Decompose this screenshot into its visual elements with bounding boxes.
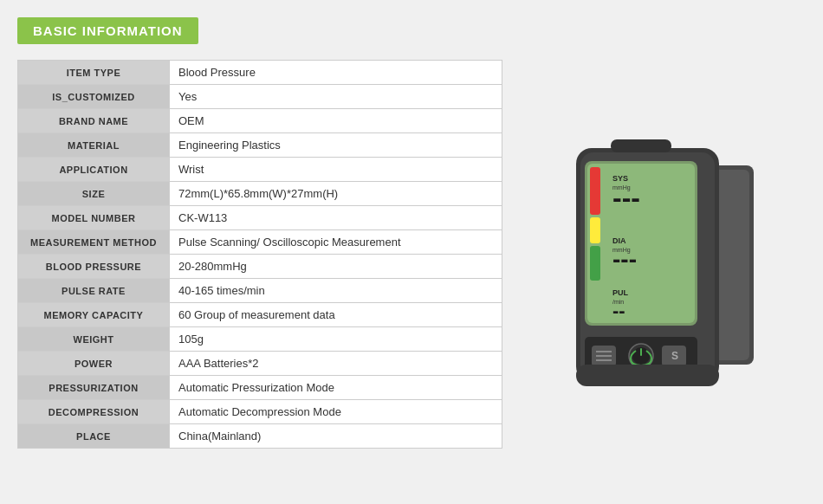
svg-rect-7 bbox=[590, 217, 600, 243]
table-row: IS_CUSTOMIZEDYes bbox=[18, 85, 502, 109]
table-cell-value: Blood Pressure bbox=[170, 61, 502, 85]
table-cell-value: Automatic Decompression Mode bbox=[170, 400, 502, 424]
table-cell-label: DECOMPRESSION bbox=[18, 400, 170, 424]
table-row: PLACEChina(Mainland) bbox=[18, 424, 502, 449]
table-row: BRAND NAMEOEM bbox=[18, 109, 502, 133]
table-cell-value: Pulse Scanning/ Oscilloscopic Measuremen… bbox=[170, 230, 502, 255]
device-section: SYS mmHg --- DIA mmHg --- PUL /min -- bbox=[528, 60, 788, 487]
table-cell-label: IS_CUSTOMIZED bbox=[18, 85, 170, 109]
table-row: ITEM TYPEBlood Pressure bbox=[18, 61, 502, 85]
table-cell-label: BRAND NAME bbox=[18, 109, 170, 133]
table-row: MATERIALEngineering Plastics bbox=[18, 133, 502, 158]
table-cell-value: Yes bbox=[170, 85, 502, 109]
table-row: DECOMPRESSIONAutomatic Decompression Mod… bbox=[18, 400, 502, 424]
svg-rect-8 bbox=[590, 246, 600, 281]
svg-text:---: --- bbox=[612, 182, 640, 213]
table-cell-value: Automatic Pressurization Mode bbox=[170, 376, 502, 400]
main-content: ITEM TYPEBlood PressureIS_CUSTOMIZEDYesB… bbox=[17, 60, 806, 487]
table-row: APPLICATIONWrist bbox=[18, 158, 502, 182]
svg-text:PUL: PUL bbox=[612, 288, 629, 297]
table-cell-value: AAA Batteries*2 bbox=[170, 352, 502, 376]
table-row: POWERAAA Batteries*2 bbox=[18, 352, 502, 376]
svg-rect-28 bbox=[611, 139, 671, 152]
table-row: SIZE72mm(L)*65.8mm(W)*27mm(H) bbox=[18, 182, 502, 206]
table-row: MEASUREMENT METHODPulse Scanning/ Oscill… bbox=[18, 230, 502, 255]
svg-text:S: S bbox=[671, 350, 678, 362]
table-row: MEMORY CAPACITY60 Group of measurement d… bbox=[18, 303, 502, 327]
table-section: ITEM TYPEBlood PressureIS_CUSTOMIZEDYesB… bbox=[17, 60, 502, 487]
table-row: WEIGHT105g bbox=[18, 327, 502, 352]
table-cell-value: 40-165 times/min bbox=[170, 279, 502, 303]
device-image: SYS mmHg --- DIA mmHg --- PUL /min -- bbox=[559, 113, 758, 434]
table-cell-label: PRESSURIZATION bbox=[18, 376, 170, 400]
info-table: ITEM TYPEBlood PressureIS_CUSTOMIZEDYesB… bbox=[17, 60, 502, 449]
table-cell-label: PULSE RATE bbox=[18, 279, 170, 303]
svg-text:DIA: DIA bbox=[612, 236, 626, 245]
table-cell-label: PLACE bbox=[18, 424, 170, 449]
table-cell-label: WEIGHT bbox=[18, 327, 170, 352]
svg-text:---: --- bbox=[612, 246, 637, 273]
svg-rect-27 bbox=[576, 365, 719, 386]
table-cell-value: 72mm(L)*65.8mm(W)*27mm(H) bbox=[170, 182, 502, 206]
table-cell-value: OEM bbox=[170, 109, 502, 133]
table-cell-value: 105g bbox=[170, 327, 502, 352]
table-cell-value: CK-W113 bbox=[170, 206, 502, 230]
table-row: PULSE RATE40-165 times/min bbox=[18, 279, 502, 303]
table-cell-label: SIZE bbox=[18, 182, 170, 206]
device-container: SYS mmHg --- DIA mmHg --- PUL /min -- bbox=[550, 100, 767, 447]
table-cell-label: MEMORY CAPACITY bbox=[18, 303, 170, 327]
svg-rect-5 bbox=[587, 164, 695, 323]
header-banner: BASIC INFORMATION bbox=[17, 17, 198, 44]
table-cell-label: POWER bbox=[18, 352, 170, 376]
svg-rect-6 bbox=[590, 167, 600, 215]
table-cell-label: MATERIAL bbox=[18, 133, 170, 158]
table-cell-value: 60 Group of measurement data bbox=[170, 303, 502, 327]
table-cell-label: BLOOD PRESSURE bbox=[18, 255, 170, 279]
svg-text:--: -- bbox=[612, 300, 625, 321]
table-cell-value: China(Mainland) bbox=[170, 424, 502, 449]
table-cell-label: MODEL NUMBER bbox=[18, 206, 170, 230]
table-row: BLOOD PRESSURE20-280mmHg bbox=[18, 255, 502, 279]
table-cell-label: ITEM TYPE bbox=[18, 61, 170, 85]
table-cell-value: Wrist bbox=[170, 158, 502, 182]
table-cell-label: MEASUREMENT METHOD bbox=[18, 230, 170, 255]
page-wrapper: BASIC INFORMATION ITEM TYPEBlood Pressur… bbox=[0, 0, 823, 504]
table-row: PRESSURIZATIONAutomatic Pressurization M… bbox=[18, 376, 502, 400]
table-cell-value: Engineering Plastics bbox=[170, 133, 502, 158]
table-cell-value: 20-280mmHg bbox=[170, 255, 502, 279]
table-row: MODEL NUMBERCK-W113 bbox=[18, 206, 502, 230]
table-cell-label: APPLICATION bbox=[18, 158, 170, 182]
